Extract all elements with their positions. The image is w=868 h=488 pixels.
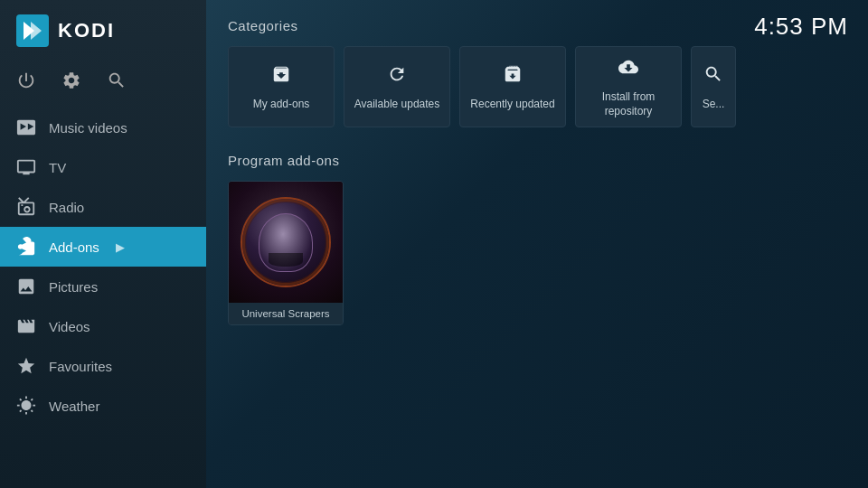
category-recently-updated[interactable]: Recently updated [459,46,566,127]
sidebar-item-tv-label: TV [49,160,66,175]
program-card-universal-scrapers[interactable]: Universal Scrapers [228,181,344,325]
settings-button[interactable] [61,70,81,95]
sidebar-nav: Music videos TV Radio [0,108,206,488]
categories-grid: My add-ons Available updates Recently up… [228,46,846,127]
sidebar-item-radio-label: Radio [49,200,84,215]
sidebar-item-music-videos[interactable]: Music videos [0,108,206,147]
cloud-download-icon [618,55,638,83]
recently-updated-label: Recently updated [470,98,554,112]
program-thumb [229,182,343,303]
category-available-updates[interactable]: Available updates [344,46,450,127]
program-addons-grid: Universal Scrapers [228,181,846,325]
sidebar-item-weather[interactable]: Weather [0,386,206,426]
radio-icon [16,197,36,217]
box-star-icon [503,62,523,90]
available-updates-label: Available updates [354,98,440,112]
cursor-indicator: ▶ [116,240,125,254]
tv-icon [16,157,36,177]
category-search[interactable]: Se... [691,46,736,127]
program-addons-title: Program add-ons [228,153,846,168]
refresh-icon [387,62,407,90]
search-button[interactable] [107,70,127,95]
sidebar-item-radio[interactable]: Radio [0,187,206,227]
sidebar-header: KODI [0,0,206,61]
sidebar: KODI Music videos [0,0,206,488]
sidebar-item-add-ons[interactable]: Add-ons ▶ [0,227,206,267]
my-add-ons-label: My add-ons [253,98,310,112]
favourites-icon [16,356,36,376]
search-category-icon [703,62,723,90]
pictures-icon [16,277,36,296]
sidebar-controls [0,61,206,108]
sidebar-item-tv[interactable]: TV [0,147,206,187]
sidebar-item-pictures[interactable]: Pictures [0,267,206,306]
box-icon [271,62,291,90]
power-button[interactable] [16,70,36,95]
sidebar-item-weather-label: Weather [49,399,99,414]
weather-icon [16,396,36,416]
search-label: Se... [703,98,725,112]
app-title: KODI [58,19,115,42]
time-display: 4:53 PM [754,13,848,41]
install-from-repository-label: Install from repository [602,90,656,118]
sidebar-item-add-ons-label: Add-ons [49,239,99,255]
kodi-logo-icon [16,14,49,47]
sidebar-item-music-videos-label: Music videos [49,120,127,136]
category-my-add-ons[interactable]: My add-ons [228,46,335,127]
sidebar-item-videos-label: Videos [49,319,90,334]
sidebar-item-favourites-label: Favourites [49,359,112,374]
category-install-from-repository[interactable]: Install from repository [575,46,682,127]
main-content: 4:53 PM Categories My add-ons Available … [206,0,868,488]
addons-icon [16,237,36,257]
videos-icon [16,316,36,336]
music-videos-icon [16,117,36,137]
program-card-label: Universal Scrapers [229,303,343,324]
sidebar-item-favourites[interactable]: Favourites [0,346,206,386]
sidebar-item-pictures-label: Pictures [49,279,98,295]
sidebar-item-videos[interactable]: Videos [0,306,206,346]
